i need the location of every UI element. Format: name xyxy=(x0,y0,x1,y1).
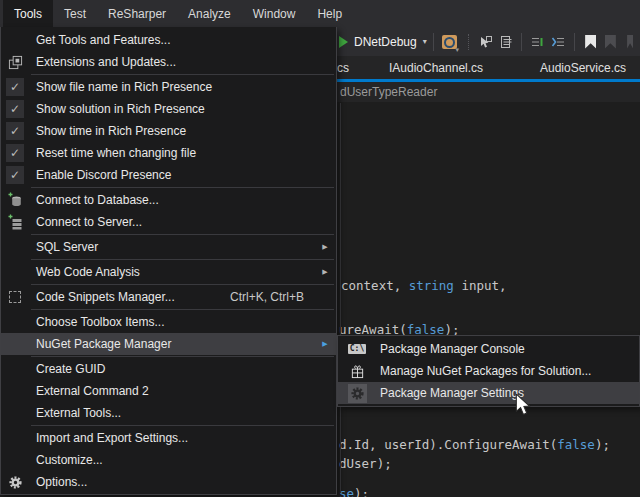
code-text: ); xyxy=(595,437,610,452)
chevron-down-icon[interactable]: ▾ xyxy=(423,37,427,46)
menu-separator xyxy=(31,187,334,188)
gear-icon xyxy=(8,475,23,490)
menu-item-label: Options... xyxy=(29,475,318,489)
menu-item-label: Show file name in Rich Presence xyxy=(29,80,318,94)
vs-window: context, string input, ureAwait(false); … xyxy=(0,0,640,497)
menu-item-extensions[interactable]: Extensions and Updates... xyxy=(1,51,336,73)
paste-button[interactable] xyxy=(496,31,516,53)
menu-item-label: Web Code Analysis xyxy=(29,265,318,279)
menu-item-customize[interactable]: Customize... xyxy=(1,449,336,471)
next-bookmark-button[interactable] xyxy=(620,31,640,53)
gear-icon xyxy=(350,386,365,401)
menu-item-show-time[interactable]: Show time in Rich Presence xyxy=(1,120,336,142)
menu-item-label: Show solution in Rich Presence xyxy=(29,102,318,116)
menu-item-get-tools[interactable]: Get Tools and Features... xyxy=(1,29,336,51)
indent-lines-blue-icon xyxy=(550,34,566,50)
code-line: d.Id, userId).ConfigureAwait(false); xyxy=(339,437,610,452)
menu-item-shortcut: Ctrl+K, Ctrl+B xyxy=(230,290,318,304)
editor-indent-guide xyxy=(340,103,341,493)
toggle-bookmark-button[interactable] xyxy=(581,31,601,53)
tools-menu: Get Tools and Features... Extensions and… xyxy=(0,27,337,495)
submenu-arrow-icon xyxy=(318,340,332,348)
menu-item-label: Get Tools and Features... xyxy=(29,33,318,47)
menu-item-label: NuGet Package Manager xyxy=(29,337,318,351)
start-debug-button[interactable]: DNetDebug ▾ xyxy=(339,35,427,49)
code-keyword: false xyxy=(557,437,595,452)
menu-item-create-guid[interactable]: Create GUID xyxy=(1,358,336,380)
menu-item-label: Reset time when changing file xyxy=(29,146,318,160)
menu-item-package-manager-console[interactable]: C:\ Package Manager Console xyxy=(338,338,639,360)
previous-bookmark-button[interactable] xyxy=(601,31,621,53)
snippets-icon xyxy=(9,291,21,303)
toolbar-separator xyxy=(521,33,522,51)
menu-item-connect-database[interactable]: Connect to Database... xyxy=(1,189,336,211)
menu-item-connect-server[interactable]: Connect to Server... xyxy=(1,211,336,233)
menu-item-show-solution[interactable]: Show solution in Rich Presence xyxy=(1,98,336,120)
indent-lines-green-icon xyxy=(530,34,546,50)
code-text: context, xyxy=(341,278,409,293)
menu-item-label: External Command 2 xyxy=(29,384,318,398)
package-icon xyxy=(350,364,365,379)
code-text: dUser); xyxy=(339,456,392,471)
code-line: context, string input, xyxy=(341,278,507,293)
menu-item-label: Connect to Server... xyxy=(29,215,318,229)
menubar-item-window[interactable]: Window xyxy=(242,0,307,27)
submenu-arrow-icon xyxy=(318,243,332,251)
menu-item-choose-toolbox[interactable]: Choose Toolbox Items... xyxy=(1,311,336,333)
menu-item-nuget-package-manager[interactable]: NuGet Package Manager xyxy=(1,333,336,355)
code-keyword: string xyxy=(409,278,454,293)
database-connect-icon xyxy=(7,192,23,208)
checkmark-icon xyxy=(6,122,24,140)
menubar-item-analyze[interactable]: Analyze xyxy=(177,0,242,27)
tab-audioservice[interactable]: AudioService.cs xyxy=(540,56,626,80)
find-icon xyxy=(442,35,457,49)
menu-item-external-tools[interactable]: External Tools... xyxy=(1,402,336,424)
menubar-item-resharper[interactable]: ReSharper xyxy=(97,0,177,27)
icon-hover-square xyxy=(348,384,367,403)
menu-item-web-code-analysis[interactable]: Web Code Analysis xyxy=(1,261,336,283)
menubar-item-help[interactable]: Help xyxy=(306,0,353,27)
decrease-indent-button[interactable] xyxy=(528,31,548,53)
menu-item-package-manager-settings[interactable]: Package Manager Settings xyxy=(338,382,639,404)
checkmark-icon xyxy=(6,144,24,162)
menu-item-label: Customize... xyxy=(29,453,318,467)
menu-separator xyxy=(31,425,334,426)
bookmark-dim-icon xyxy=(605,35,616,49)
tab-partial[interactable]: cs xyxy=(337,56,349,80)
menu-item-label: Code Snippets Manager... xyxy=(29,290,230,304)
menu-item-label: Extensions and Updates... xyxy=(29,55,318,69)
bookmark-icon xyxy=(585,35,596,49)
checkmark-icon xyxy=(6,166,24,184)
bookmark-dim-icon xyxy=(627,35,633,49)
menu-item-label: Connect to Database... xyxy=(29,193,318,207)
menu-separator xyxy=(31,309,334,310)
menu-item-external-command-2[interactable]: External Command 2 xyxy=(1,380,336,402)
server-connect-icon xyxy=(7,214,23,230)
menu-separator xyxy=(31,234,334,235)
menu-item-enable-discord[interactable]: Enable Discord Presence xyxy=(1,164,336,186)
increase-indent-button[interactable] xyxy=(548,31,568,53)
menu-item-options[interactable]: Options... xyxy=(1,471,336,493)
menu-item-label: External Tools... xyxy=(29,406,318,420)
menubar-item-test[interactable]: Test xyxy=(53,0,97,27)
menu-item-label: SQL Server xyxy=(29,240,318,254)
tab-iaudiochannel[interactable]: IAudioChannel.cs xyxy=(389,56,483,80)
menu-item-manage-nuget-packages[interactable]: Manage NuGet Packages for Solution... xyxy=(338,360,639,382)
toolbar-separator xyxy=(574,33,575,51)
menu-item-code-snippets[interactable]: Code Snippets Manager... Ctrl+K, Ctrl+B xyxy=(1,286,336,308)
menu-item-import-export-settings[interactable]: Import and Export Settings... xyxy=(1,427,336,449)
menubar-item-tools[interactable]: Tools xyxy=(3,0,53,27)
menu-item-reset-time[interactable]: Reset time when changing file xyxy=(1,142,336,164)
code-text: input, xyxy=(454,278,507,293)
menu-item-label: Show time in Rich Presence xyxy=(29,124,318,138)
navigate-back-button[interactable] xyxy=(476,31,496,53)
menu-item-show-filename[interactable]: Show file name in Rich Presence xyxy=(1,76,336,98)
menu-item-sql-server[interactable]: SQL Server xyxy=(1,236,336,258)
menu-separator xyxy=(31,74,334,75)
checkmark-icon xyxy=(6,100,24,118)
menu-item-label: Choose Toolbox Items... xyxy=(29,315,318,329)
nuget-submenu: C:\ Package Manager Console Manage NuGet… xyxy=(337,335,640,407)
toolbar-grip[interactable] xyxy=(468,34,469,50)
pointer-frame-icon xyxy=(478,34,494,50)
run-target-label: DNetDebug xyxy=(354,35,417,49)
